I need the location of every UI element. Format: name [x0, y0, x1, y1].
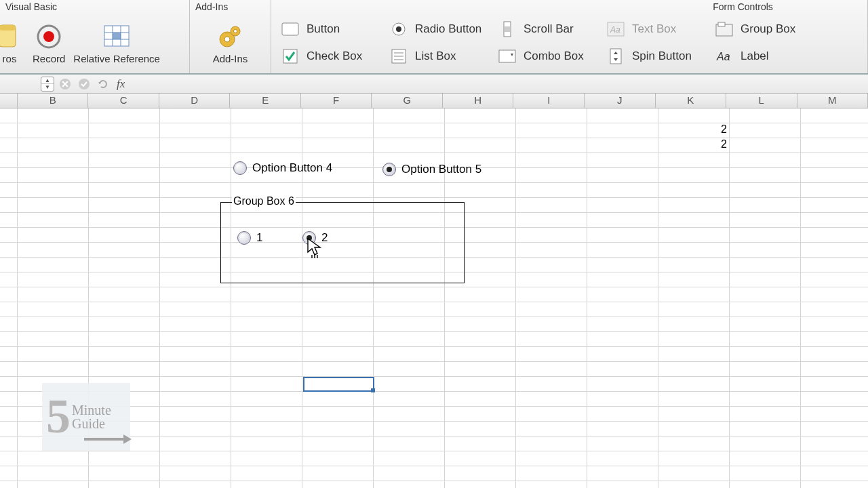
listbox-icon: [389, 47, 408, 66]
svg-rect-9: [113, 33, 121, 39]
checkbox-icon: [281, 47, 300, 66]
option-label: 1: [256, 231, 262, 245]
formula-bar: ▲ ▼ fx: [0, 75, 868, 94]
spreadsheet-grid[interactable]: 2 2 Option Button 4 Option Button 5 Grou…: [0, 108, 868, 488]
combobox-icon: [498, 47, 517, 66]
stepper-up-icon[interactable]: ▲: [41, 77, 54, 84]
col-header[interactable]: D: [159, 94, 231, 108]
option-button-4[interactable]: Option Button 4: [233, 161, 332, 175]
stepper-down-icon[interactable]: ▼: [41, 83, 54, 91]
insert-label-control[interactable]: Aa Label: [712, 45, 814, 67]
ribbon-group-title-addins: Add-Ins: [190, 0, 271, 15]
radio-icon: [382, 163, 396, 176]
groupbox-label: Group Box 6: [232, 195, 296, 207]
textbox-icon: Aa: [606, 20, 625, 39]
ribbon-group-addins: Add-Ins Add-Ins: [190, 0, 271, 73]
scroll-icon: [0, 22, 24, 52]
insert-textbox-control[interactable]: Aa Text Box: [604, 18, 705, 40]
record-icon: [34, 22, 64, 52]
undo-arrow-icon: [97, 78, 109, 90]
group-box-6[interactable]: Group Box 6 1 2: [220, 202, 465, 283]
col-header[interactable]: H: [443, 94, 514, 108]
option-button-1[interactable]: 1: [237, 231, 262, 245]
col-header[interactable]: G: [372, 94, 443, 108]
insert-listbox-control[interactable]: List Box: [387, 45, 488, 67]
cancel-icon: [59, 78, 71, 90]
button-icon: [281, 20, 300, 39]
active-cell-selection: [303, 377, 374, 392]
col-header[interactable]: B: [18, 94, 89, 108]
rowcol-corner[interactable]: [0, 94, 18, 108]
ribbon-group-title-formcontrols: Form Controls: [271, 0, 867, 15]
svg-point-13: [234, 29, 237, 33]
insert-combobox-control[interactable]: Combo Box: [495, 45, 597, 67]
col-header[interactable]: J: [585, 94, 656, 108]
groupbox-icon: [715, 20, 734, 39]
ribbon: Visual Basic ros Record: [0, 0, 868, 75]
insert-scrollbar-control[interactable]: Scroll Bar: [495, 18, 597, 40]
col-header[interactable]: L: [726, 94, 797, 108]
svg-point-32: [79, 79, 90, 89]
svg-rect-29: [718, 22, 725, 26]
ribbon-group-title-vb: Visual Basic: [0, 0, 189, 15]
ribbon-group-form-controls: Form Controls Button Check Box Radio: [271, 0, 868, 73]
spinbutton-icon: [606, 47, 625, 66]
insert-groupbox-control[interactable]: Group Box: [712, 18, 814, 40]
svg-rect-1: [0, 25, 16, 30]
grid-selection-icon: [102, 22, 132, 52]
fx-label[interactable]: fx: [117, 77, 125, 91]
cell-K2[interactable]: 2: [658, 123, 730, 136]
macros-button[interactable]: ros: [0, 20, 27, 66]
watermark-logo: 5 Minute Guide: [42, 383, 130, 451]
insert-checkbox-control[interactable]: Check Box: [278, 45, 380, 67]
gear-icon: [215, 22, 245, 52]
watermark-number: 5: [46, 397, 71, 436]
radio-icon: [237, 231, 251, 245]
svg-rect-14: [282, 23, 298, 35]
svg-point-3: [43, 31, 54, 42]
label-icon: Aa: [715, 47, 734, 66]
col-header[interactable]: K: [656, 94, 727, 108]
option-label: Option Button 4: [252, 161, 332, 175]
insert-radio-control[interactable]: Radio Button: [387, 18, 488, 40]
radio-icon: [233, 161, 247, 175]
checkmark-icon: [78, 78, 90, 90]
col-header[interactable]: F: [301, 94, 372, 108]
addins-button[interactable]: Add-Ins: [210, 20, 251, 66]
svg-rect-23: [505, 26, 510, 32]
accept-formula-button[interactable]: [76, 76, 92, 92]
watermark-line2: Guide: [72, 417, 111, 430]
option-label: 2: [321, 231, 328, 245]
svg-rect-24: [499, 50, 515, 62]
record-button[interactable]: Record: [30, 20, 68, 66]
cancel-formula-button[interactable]: [57, 76, 73, 92]
svg-rect-27: [610, 49, 621, 64]
svg-text:Aa: Aa: [610, 25, 620, 35]
watermark-line1: Minute: [72, 403, 111, 417]
svg-text:Aa: Aa: [716, 51, 730, 62]
radio-icon: [389, 20, 408, 39]
col-header[interactable]: E: [230, 94, 301, 108]
col-header[interactable]: C: [88, 94, 159, 108]
formula-input[interactable]: [127, 75, 868, 93]
formula-history-button[interactable]: [95, 76, 111, 92]
option-button-5[interactable]: Option Button 5: [382, 163, 481, 176]
cell-K3[interactable]: 2: [658, 138, 730, 150]
relative-reference-button[interactable]: Relative Reference: [71, 20, 163, 66]
insert-spinbutton-control[interactable]: Spin Button: [604, 45, 705, 67]
arrow-right-icon: [84, 433, 132, 445]
column-headers: B C D E F G H I J K L M: [0, 94, 868, 108]
ribbon-group-visual-basic: Visual Basic ros Record: [0, 0, 190, 73]
svg-point-11: [224, 37, 230, 42]
option-label: Option Button 5: [401, 163, 481, 176]
col-header[interactable]: M: [797, 94, 868, 108]
row-stepper[interactable]: ▲ ▼: [41, 77, 54, 92]
col-header[interactable]: I: [513, 94, 585, 108]
insert-button-control[interactable]: Button: [278, 18, 380, 40]
radio-icon: [302, 231, 316, 245]
option-button-2[interactable]: 2: [302, 231, 328, 245]
scrollbar-icon: [498, 20, 517, 39]
svg-point-17: [396, 26, 401, 32]
